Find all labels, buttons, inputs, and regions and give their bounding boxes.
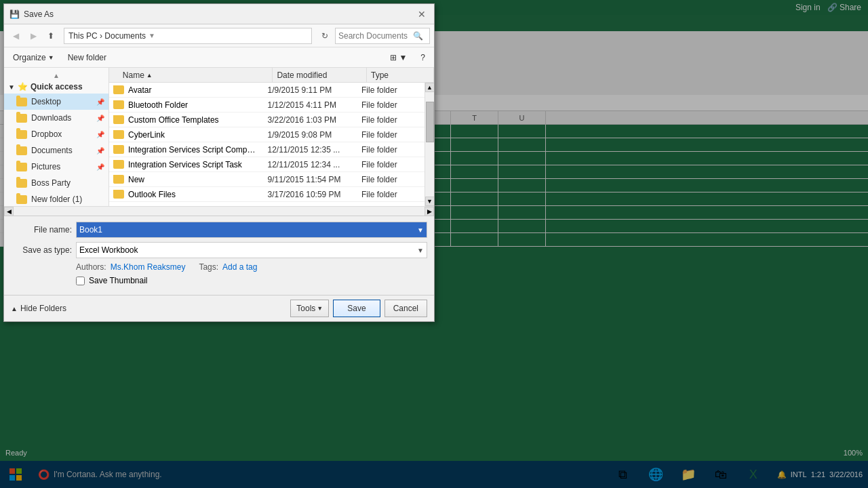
list-item[interactable]: New 9/11/2015 11:54 PM File folder [109, 172, 425, 187]
scrollbar-thumb[interactable] [426, 102, 434, 142]
file-list-header: Name ▲ Date modified Type [109, 68, 434, 83]
authors-value[interactable]: Ms.Khom Reaksmey [111, 262, 186, 272]
scroll-left-arrow[interactable]: ◀ [4, 207, 14, 216]
file-date: 1/12/2015 4:11 PM [263, 100, 357, 110]
sidebar-documents-label: Documents [31, 146, 73, 155]
authors-label: Authors: [76, 262, 106, 272]
saveas-value: Excel Workbook [79, 245, 138, 255]
folder-icon [16, 114, 27, 123]
file-list-scrollbar[interactable]: ▲ ▼ [425, 83, 434, 206]
sidebar-quickaccess-header[interactable]: ▼ ⭐ Quick access [4, 80, 108, 94]
sidebar-item-desktop[interactable]: Desktop 📌 [4, 94, 108, 110]
dialog-main: ▲ ▼ ⭐ Quick access Desktop 📌 Downloads 📌 [4, 68, 434, 206]
folder-icon [113, 190, 124, 199]
filename-input-wrapper[interactable]: ▼ [76, 222, 427, 238]
folder-icon [113, 160, 124, 169]
scroll-up-btn[interactable]: ▲ [4, 70, 108, 80]
pin-icon: 📌 [96, 98, 104, 106]
list-item[interactable]: Outlook Files 3/17/2016 10:59 PM File fo… [109, 187, 425, 202]
file-type: File folder [357, 130, 425, 140]
list-item[interactable]: CyberLink 1/9/2015 9:08 PM File folder [109, 127, 425, 142]
sidebar-pictures-label: Pictures [31, 162, 60, 171]
file-type: File folder [357, 115, 425, 125]
file-type: File folder [357, 175, 425, 184]
metadata-row: Authors: Ms.Khom Reaksmey Tags: Add a ta… [11, 262, 427, 272]
organize-button[interactable]: Organize ▼ [8, 50, 59, 65]
search-box[interactable]: 🔍 [335, 28, 430, 44]
up-button[interactable]: ⬆ [43, 28, 58, 43]
dialog-footer: ▲ Hide Folders Tools ▼ Save Cancel [4, 295, 434, 321]
file-date: 1/9/2015 9:08 PM [263, 130, 357, 140]
folder-icon [113, 100, 124, 109]
breadcrumb-text: This PC › Documents [68, 31, 146, 41]
saveas-select[interactable]: Excel Workbook ▼ [76, 242, 427, 258]
file-name: Integration Services Script Component [128, 145, 259, 155]
refresh-button[interactable]: ↻ [317, 28, 332, 43]
filename-label: File name: [11, 225, 72, 235]
sidebar-item-pictures[interactable]: Pictures 📌 [4, 159, 108, 175]
file-date: 9/11/2015 11:54 PM [263, 175, 357, 184]
filename-input[interactable] [79, 225, 417, 235]
scroll-down-arrow[interactable]: ▼ [425, 197, 435, 206]
file-type: File folder [357, 190, 425, 199]
tools-arrow-icon: ▼ [317, 305, 323, 312]
sidebar-downloads-label: Downloads [31, 113, 71, 123]
scroll-right-arrow[interactable]: ▶ [425, 207, 434, 216]
col-header-name[interactable]: Name ▲ [119, 68, 273, 82]
dialog-titlebar: 💾 Save As ✕ [4, 4, 434, 24]
file-type: File folder [357, 85, 425, 95]
hide-folders-btn[interactable]: ▲ Hide Folders [11, 304, 66, 313]
folder-icon [113, 85, 124, 94]
list-item[interactable]: Custom Office Templates 3/22/2016 1:03 P… [109, 113, 425, 127]
col-header-date[interactable]: Date modified [273, 68, 367, 82]
tools-button[interactable]: Tools ▼ [290, 300, 329, 317]
back-button[interactable]: ◀ [8, 28, 23, 43]
sidebar-item-boss-party[interactable]: Boss Party [4, 175, 108, 191]
add-tag-link[interactable]: Add a tag [222, 262, 257, 272]
dialog-close-button[interactable]: ✕ [415, 7, 429, 21]
save-thumbnail-checkbox[interactable] [76, 277, 85, 285]
file-name: CyberLink [128, 130, 165, 140]
folder-icon [113, 175, 124, 184]
list-item[interactable]: Bluetooth Folder 1/12/2015 4:11 PM File … [109, 98, 425, 113]
dialog-form: File name: ▼ Save as type: Excel Workboo… [4, 216, 434, 295]
filename-dropdown-arrow[interactable]: ▼ [417, 226, 424, 234]
list-item[interactable]: Integration Services Script Component 12… [109, 142, 425, 157]
col-header-type[interactable]: Type [367, 68, 434, 82]
save-thumbnail-label[interactable]: Save Thumbnail [89, 276, 148, 285]
cancel-button[interactable]: Cancel [384, 300, 427, 317]
new-folder-button[interactable]: New folder [63, 50, 111, 65]
pin-icon: 📌 [96, 163, 104, 171]
horizontal-scrollbar[interactable]: ◀ ▶ [4, 206, 434, 216]
file-list: Avatar 1/9/2015 9:11 PM File folder Blue… [109, 83, 425, 206]
help-button[interactable]: ? [416, 50, 430, 65]
file-name: Avatar [128, 85, 151, 95]
file-name: Bluetooth Folder [128, 100, 188, 110]
save-as-dialog: 💾 Save As ✕ ◀ ▶ ⬆ This PC › Documents ▼ … [3, 3, 435, 322]
folder-icon [113, 130, 124, 139]
list-item[interactable]: Avatar 1/9/2015 9:11 PM File folder [109, 83, 425, 98]
quickaccess-arrow: ▼ [8, 83, 15, 91]
sidebar-item-documents[interactable]: Documents 📌 [4, 142, 108, 159]
forward-button[interactable]: ▶ [26, 28, 41, 43]
pin-icon: 📌 [96, 115, 104, 122]
sidebar: ▲ ▼ ⭐ Quick access Desktop 📌 Downloads 📌 [4, 68, 109, 206]
search-input[interactable] [338, 31, 413, 41]
file-type: File folder [357, 160, 425, 169]
list-item[interactable]: Integration Services Script Task 12/11/2… [109, 157, 425, 172]
sidebar-item-new-folder[interactable]: New folder (1) [4, 191, 108, 206]
file-type: File folder [357, 145, 425, 155]
file-name: Integration Services Script Task [128, 160, 242, 169]
sidebar-desktop-label: Desktop [31, 97, 61, 106]
view-button[interactable]: ⊞ ▼ [385, 50, 412, 65]
sidebar-item-downloads[interactable]: Downloads 📌 [4, 110, 108, 126]
sidebar-item-dropbox[interactable]: Dropbox 📌 [4, 126, 108, 142]
sidebar-newfolder-label: New folder (1) [31, 195, 82, 204]
save-button[interactable]: Save [333, 300, 380, 317]
scroll-up-arrow[interactable]: ▲ [425, 83, 435, 92]
folder-icon [16, 98, 27, 106]
breadcrumb[interactable]: This PC › Documents ▼ [64, 28, 312, 44]
search-icon: 🔍 [413, 31, 423, 41]
folder-icon [16, 146, 27, 155]
file-date: 1/9/2015 9:11 PM [263, 85, 357, 95]
